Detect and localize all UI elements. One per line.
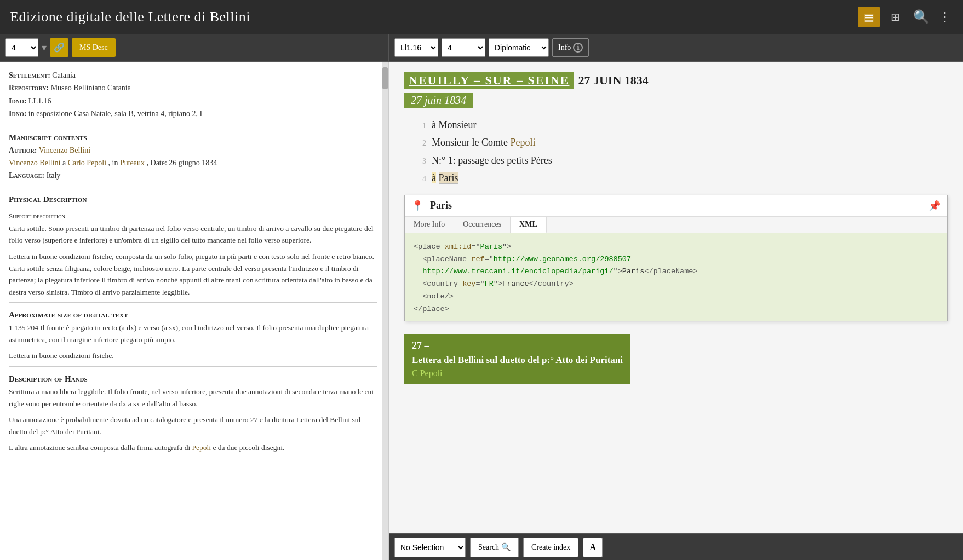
approx-size-title: Approximate size of digital text: [9, 310, 377, 320]
settlement-row: Settlement: Catania: [9, 70, 377, 82]
page-select-right[interactable]: 4: [442, 38, 485, 57]
doc-bottom-author: C Pepoli: [412, 368, 623, 378]
support-text1: Carta sottile. Sono presenti un timbro d…: [9, 223, 377, 246]
layout2-button[interactable]: ⊞: [884, 7, 906, 27]
hands-text3: L'altra annotazione sembra composta dall…: [9, 442, 377, 454]
highlighted-a: à: [432, 172, 436, 183]
format-button[interactable]: A: [583, 538, 603, 557]
tab-xml[interactable]: XML: [511, 217, 547, 233]
scrollbar[interactable]: [382, 62, 388, 560]
doc-line-3: 3 N:° 1: passage des petits Pères: [410, 152, 948, 169]
link-icon: 🔗: [54, 42, 65, 53]
highlighted-paris: Paris: [439, 172, 458, 184]
doc-bottom-number: 27 –: [412, 340, 623, 351]
popup-tabs: More Info Occurrences XML: [405, 217, 947, 233]
doc-line-1: 1 à Monsieur: [410, 116, 948, 134]
left-panel: Settlement: Catania Repository: Museo Be…: [0, 62, 389, 560]
search-button-bottom[interactable]: Search 🔍: [470, 538, 519, 557]
doc-date-header: 27 JUIN 1834: [574, 72, 652, 89]
search-icon: 🔍: [913, 9, 930, 25]
more-options-button[interactable]: ⋮: [937, 7, 953, 27]
tab-occurrences[interactable]: Occurrences: [454, 217, 511, 233]
doc-place: NEUILLY – SUR – SEINE: [404, 72, 574, 89]
doc-header-line: NEUILLY – SUR – SEINE 27 JUIN 1834: [404, 72, 948, 89]
left-toolbar: 4 ▾ 🔗 MS Desc: [0, 34, 389, 61]
support-text2: Lettera in buone condizioni fisiche, com…: [9, 251, 377, 298]
location-pin-icon: 📍: [411, 200, 423, 212]
pepoli-link[interactable]: Pepoli: [192, 443, 211, 452]
idno2-row: Idno: in esposizione Casa Natale, sala B…: [9, 108, 377, 120]
app-title: Edizione digitale delle Lettere di Belli…: [10, 9, 250, 25]
place-link[interactable]: Puteaux: [120, 159, 145, 167]
author-link[interactable]: Vincenzo Bellini: [39, 146, 90, 154]
repository-row: Repository: Museo Belliniano Catania: [9, 82, 377, 94]
search-button[interactable]: 🔍: [910, 7, 932, 27]
right-panel: NEUILLY – SUR – SEINE 27 JUIN 1834 27 ju…: [389, 62, 963, 560]
popup-box: 📍 Paris 📌 More Info Occurrences XML <pla…: [404, 195, 948, 321]
description-hands-title: Description of Hands: [9, 374, 377, 384]
author-link2[interactable]: Vincenzo Bellini: [9, 159, 60, 167]
language-row: Language: Italy: [9, 170, 377, 182]
doc-line-4: 4 à Paris: [410, 169, 948, 187]
popup-title-row: 📍 Paris 📌: [405, 195, 947, 217]
support-description-title: Support description: [9, 212, 377, 221]
doc-line-2: 2 Monsieur le Comte Pepoli: [410, 134, 948, 151]
recipient-link[interactable]: Carlo Pepoli: [68, 159, 106, 167]
approx-text2: Lettera in buone condizioni fisiche.: [9, 350, 377, 362]
doc-bottom-title: Lettera del Bellini sul duetto del p:° A…: [412, 354, 623, 367]
physical-description-title: Physical Description: [9, 195, 377, 204]
create-index-button[interactable]: Create index: [523, 538, 578, 557]
scroll-thumb[interactable]: [382, 67, 388, 89]
main-layout: Settlement: Catania Repository: Museo Be…: [0, 62, 963, 560]
selection-select[interactable]: No Selection: [394, 538, 466, 557]
manuscript-contents-title: Manuscript contents: [9, 133, 377, 142]
dropdown-arrow-icon: ▾: [42, 42, 47, 54]
search-icon-bottom: 🔍: [501, 542, 511, 552]
view-mode-select[interactable]: Diplomatic: [489, 38, 549, 57]
info-button[interactable]: Info ℹ: [552, 38, 589, 57]
format-icon: A: [589, 542, 596, 552]
manuscript-select[interactable]: Ll1.16: [394, 38, 438, 57]
info-icon: ℹ: [573, 43, 583, 53]
tab-more-info[interactable]: More Info: [405, 217, 454, 233]
doc-bottom-section: 27 – Lettera del Bellini sul duetto del …: [404, 334, 630, 384]
doc-bottom-wrapper: 27 – Lettera del Bellini sul duetto del …: [404, 330, 948, 384]
hands-text2: Una annotazione è probabilmente dovuta a…: [9, 414, 377, 437]
app-header: Edizione digitale delle Lettere di Belli…: [0, 0, 963, 34]
page-select[interactable]: 4: [5, 38, 38, 57]
idno1-row: Idno: LL1.16: [9, 95, 377, 107]
pepoli-name: Pepoli: [510, 137, 535, 148]
doc-date-main: 27 juin 1834: [404, 93, 948, 116]
right-content: NEUILLY – SUR – SEINE 27 JUIN 1834 27 ju…: [389, 62, 963, 533]
link-button[interactable]: 🔗: [50, 38, 68, 57]
approx-text: 1 135 204 Il fronte è piegato in recto (…: [9, 322, 377, 345]
hands-text1: Scrittura a mano libera leggibile. Il fo…: [9, 386, 377, 409]
layout1-icon: ▤: [864, 10, 874, 24]
letter-info-row: Vincenzo Bellini a Carlo Pepoli , in Put…: [9, 157, 377, 169]
more-options-icon: ⋮: [938, 9, 951, 25]
msdesc-button[interactable]: MS Desc: [72, 38, 116, 57]
pin-right-icon[interactable]: 📌: [928, 200, 941, 212]
right-toolbar-top: Ll1.16 4 Diplomatic Info ℹ: [389, 34, 963, 61]
layout1-button[interactable]: ▤: [858, 7, 880, 27]
doc-lines: 1 à Monsieur 2 Monsieur le Comte Pepoli …: [410, 116, 948, 187]
layout2-icon: ⊞: [891, 10, 900, 24]
author-row: Author: Vincenzo Bellini: [9, 145, 377, 157]
header-actions: ▤ ⊞ 🔍 ⋮: [858, 7, 953, 27]
bottom-toolbar: No Selection Search 🔍 Create index A: [389, 533, 963, 560]
popup-place-name: Paris: [430, 200, 452, 211]
popup-xml-content: <place xml:id="Paris"> <placeName ref="h…: [405, 233, 947, 321]
